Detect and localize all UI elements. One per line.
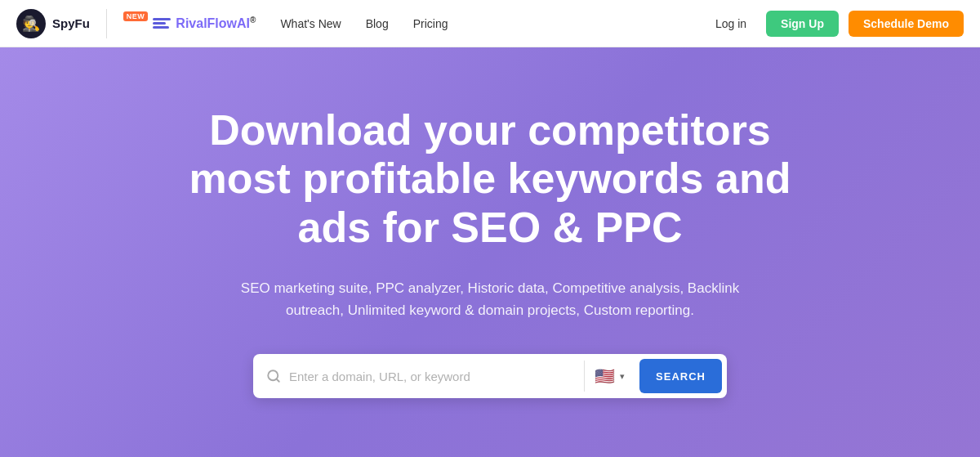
search-icon <box>266 369 281 383</box>
search-button[interactable]: SEARCH <box>639 359 722 393</box>
signup-button[interactable]: Sign Up <box>766 11 839 37</box>
rivalflow-icon <box>153 18 171 29</box>
login-button[interactable]: Log in <box>706 12 756 35</box>
nav-blog[interactable]: Blog <box>366 17 389 30</box>
navbar-right: Log in Sign Up Schedule Demo <box>706 11 964 37</box>
nav-pricing[interactable]: Pricing <box>413 17 448 30</box>
hero-subtitle: SEO marketing suite, PPC analyzer, Histo… <box>229 277 751 321</box>
chevron-down-icon: ▾ <box>620 371 625 382</box>
hero-section: Download your competitors most profitabl… <box>0 47 980 457</box>
search-bar: 🇺🇸 ▾ SEARCH <box>253 354 727 398</box>
flag-selector[interactable]: 🇺🇸 ▾ <box>584 361 635 392</box>
spyfu-logo[interactable]: 🕵️ SpyFu <box>16 9 107 38</box>
rivalflow-logo[interactable]: NEW RivalFlowAI® <box>123 16 256 31</box>
schedule-demo-button[interactable]: Schedule Demo <box>849 11 964 37</box>
nav-whats-new[interactable]: What's New <box>280 17 341 30</box>
hero-title: Download your competitors most profitabl… <box>184 106 796 253</box>
rivalflow-brand-name: RivalFlowAI® <box>176 16 256 31</box>
new-badge: NEW <box>123 11 149 21</box>
search-input[interactable] <box>289 370 584 383</box>
svg-line-1 <box>276 379 278 382</box>
spyfu-brand-name: SpyFu <box>52 16 90 30</box>
nav-links: What's New Blog Pricing <box>280 17 448 30</box>
spyfu-icon: 🕵️ <box>16 9 46 38</box>
flag-emoji: 🇺🇸 <box>595 366 615 386</box>
navbar-left: 🕵️ SpyFu NEW RivalFlowAI® <box>16 9 256 38</box>
navbar: 🕵️ SpyFu NEW RivalFlowAI® What's New Blo… <box>0 0 980 47</box>
